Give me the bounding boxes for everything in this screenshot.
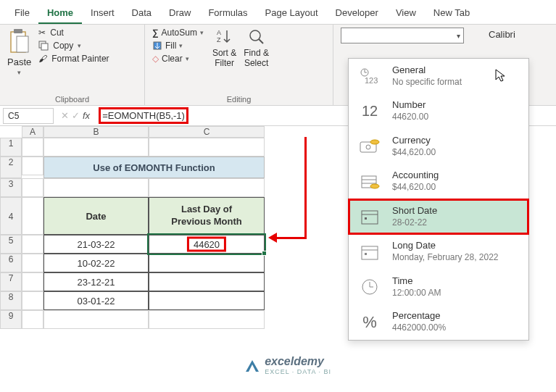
autosum-button[interactable]: ∑ AutoSum ▾ [152,28,204,38]
svg-point-8 [250,30,260,41]
cell[interactable] [22,197,43,235]
currency-icon [357,136,382,157]
dd-title: Percentage [392,310,446,322]
format-percentage[interactable]: % Percentage4462000.00% [349,304,528,339]
cell[interactable] [149,138,265,157]
cell[interactable] [43,138,149,157]
tab-view[interactable]: View [387,3,425,24]
cell-date[interactable]: 23-12-21 [43,272,149,291]
watermark: exceldemy EXCEL · DATA · BI [244,355,331,375]
cell-last[interactable] [149,291,265,310]
cancel-icon[interactable]: ✕ [61,110,69,121]
svg-rect-4 [41,43,48,50]
format-currency[interactable]: Currency$44,620.00 [349,129,528,164]
chevron-down-icon: ▾ [179,42,183,49]
row-header[interactable]: 7 [0,272,22,291]
paste-label: Paste [7,57,31,67]
fill-handle[interactable] [262,251,267,256]
cell[interactable] [43,178,149,197]
search-icon [247,28,266,46]
find-select-button[interactable]: Find & Select [244,28,269,69]
title-cell[interactable]: Use of EOMONTH Function [43,157,265,178]
name-box[interactable]: C5 [3,108,54,124]
number-icon: 12 [357,101,382,122]
dd-title: Number [392,99,428,112]
cell[interactable] [22,178,43,197]
tab-file[interactable]: File [6,3,38,24]
svg-text:Z: Z [217,36,221,43]
format-short-date[interactable]: Short Date28-02-22 [349,199,528,234]
tab-draw[interactable]: Draw [160,3,199,24]
cell-last[interactable] [149,272,265,291]
svg-point-16 [370,140,379,144]
font-name-combo[interactable] [486,28,529,41]
tab-newtab[interactable]: New Tab [425,3,478,24]
col-header-a[interactable]: A [22,126,43,138]
header-date[interactable]: Date [43,197,149,235]
format-time[interactable]: Time12:00:00 AM [349,270,528,304]
chevron-down-icon: ▾ [200,29,204,36]
chevron-down-icon: ▾ [78,42,81,49]
row-header[interactable]: 4 [0,197,22,235]
chevron-down-icon: ▾ [186,55,189,62]
tab-insert[interactable]: Insert [82,3,123,24]
tab-developer[interactable]: Developer [327,3,387,24]
clear-button[interactable]: ◇ Clear ▾ [152,54,204,64]
fx-icon[interactable]: fx [83,110,90,121]
row-header[interactable]: 9 [0,310,22,329]
paste-button[interactable]: Paste ▾ [7,28,31,76]
format-painter-label: Format Painter [51,54,109,64]
cell-date[interactable]: 21-03-22 [43,235,149,254]
format-accounting[interactable]: Accounting$44,620.00 [349,164,528,199]
cell[interactable] [22,310,43,329]
dd-sub: 44620.00 [392,112,428,123]
tab-pagelayout[interactable]: Page Layout [257,3,327,24]
number-format-combo[interactable]: ▾ [341,28,464,43]
tab-home[interactable]: Home [38,3,82,24]
cell[interactable] [149,310,265,329]
logo-icon [244,357,260,373]
cell-date[interactable]: 03-01-22 [43,291,149,310]
cell[interactable] [43,310,149,329]
row-header[interactable]: 2 [0,157,22,178]
cut-button[interactable]: ✂ Cut [38,28,109,38]
col-header-b[interactable]: B [43,126,149,138]
percent-icon: % [357,312,382,333]
copy-label: Copy [53,41,73,51]
cell[interactable] [22,235,43,254]
clear-label: Clear [162,54,183,64]
row-header[interactable]: 6 [0,254,22,272]
tab-formulas[interactable]: Formulas [199,3,256,24]
cell-date[interactable]: 10-02-22 [43,254,149,272]
tab-data[interactable]: Data [123,3,160,24]
cell[interactable] [22,272,43,291]
format-painter-button[interactable]: 🖌 Format Painter [38,54,109,64]
fill-label: Fill [165,41,176,51]
fill-button[interactable]: Fill ▾ [152,41,204,51]
sort-filter-button[interactable]: AZ Sort & Filter [212,28,236,69]
cell[interactable] [22,157,43,175]
cell[interactable] [22,254,43,272]
row-header[interactable]: 3 [0,178,22,197]
cell-last[interactable] [149,254,265,272]
svg-line-9 [259,39,263,43]
row-header[interactable]: 1 [0,138,22,157]
svg-rect-24 [362,246,378,259]
col-header-c[interactable]: C [149,126,265,138]
svg-rect-1 [14,29,22,33]
format-number[interactable]: 12 Number44620.00 [349,93,528,128]
enter-icon[interactable]: ✓ [72,110,80,121]
format-long-date[interactable]: Long DateMonday, February 28, 2022 [349,234,528,269]
cell-c5-selected[interactable]: 44620 [149,235,265,254]
header-lastday[interactable]: Last Day of Previous Month [149,197,265,235]
dd-sub: 28-02-22 [392,217,437,229]
cursor-icon [495,69,507,83]
row-header[interactable]: 8 [0,291,22,310]
cell[interactable] [22,138,43,157]
dd-title: Accounting [392,170,439,182]
cell[interactable] [22,291,43,310]
copy-button[interactable]: Copy ▾ [38,41,109,51]
sigma-icon: ∑ [152,28,159,38]
row-header[interactable]: 5 [0,235,22,254]
cell[interactable] [149,178,265,197]
